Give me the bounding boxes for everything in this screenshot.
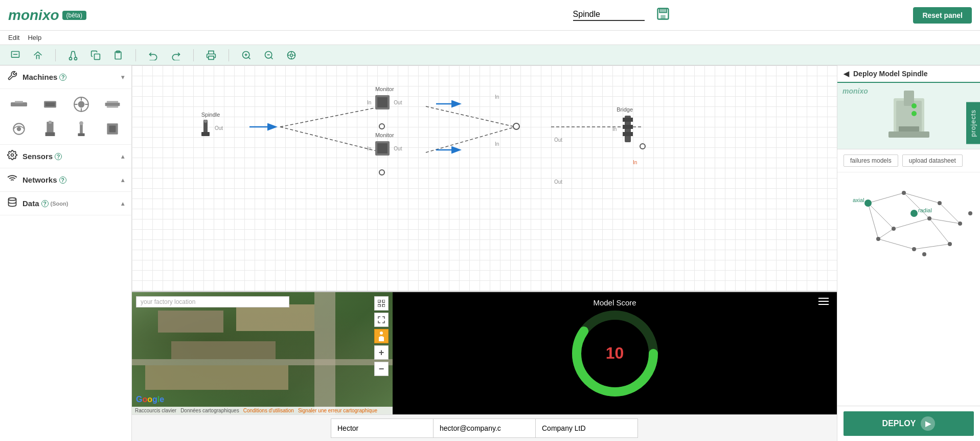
spindle-node[interactable]: Spindle Out (198, 112, 223, 137)
toolbar-redo[interactable] (169, 49, 183, 61)
map-zoom-in-btn[interactable]: + (374, 345, 389, 360)
spindle-label: Spindle (201, 112, 220, 118)
deploy-button[interactable]: DEPLOY ▶ (844, 411, 974, 436)
data-collapse-arrow[interactable]: ▴ (121, 200, 124, 207)
building-4 (145, 365, 289, 390)
menu-help[interactable]: Help (28, 34, 41, 41)
toolbar-home[interactable] (31, 49, 45, 61)
data-section-header[interactable]: Data ? (Soon) ▴ (0, 192, 131, 215)
svg-text:radial: radial (918, 207, 932, 213)
sensors-section-header[interactable]: Sensors ? ▴ (0, 145, 131, 168)
road-2 (132, 359, 393, 365)
wifi-icon (7, 173, 17, 186)
data-soon: (Soon) (51, 201, 69, 207)
menu-edit[interactable]: Edit (8, 34, 19, 41)
toolbar-print[interactable] (204, 49, 218, 61)
machine-icon-8[interactable] (99, 119, 126, 139)
monitor1-node[interactable]: Monitor In Out (367, 86, 402, 112)
map-expand-btn[interactable] (374, 313, 389, 327)
svg-point-52 (9, 198, 16, 201)
toolbar-sep3 (193, 49, 194, 61)
machine-icon-4[interactable] (99, 94, 126, 115)
networks-collapse-arrow[interactable]: ▴ (121, 177, 124, 184)
spindle-input-wrap (573, 10, 645, 21)
svg-point-32 (78, 101, 85, 108)
graph-svg: axial radial (837, 172, 980, 406)
right-sidebar: ◀ Deploy Model Spindle monixo (837, 65, 980, 441)
user-company-field[interactable] (535, 418, 638, 438)
monitor1-out-label: Out (394, 100, 402, 105)
toolbar-cut[interactable] (66, 49, 80, 61)
machines-section-header[interactable]: Machines ? ▾ (0, 65, 131, 89)
map-fullscreen-btn[interactable] (374, 296, 389, 311)
map-terms-link[interactable]: Conditions d'utilisation (243, 408, 294, 413)
reset-panel-button[interactable]: Reset panel (913, 7, 972, 24)
map-data-link[interactable]: Données cartographiques (180, 408, 239, 413)
data-help-badge[interactable]: ? (41, 200, 49, 207)
map-zoom-out-btn[interactable]: − (374, 362, 389, 376)
svg-point-5 (70, 57, 72, 60)
networks-help-badge[interactable]: ? (59, 177, 66, 184)
machine-icon-2[interactable] (36, 94, 63, 115)
toolbar-select[interactable] (8, 49, 22, 61)
machine-icon-7[interactable] (68, 119, 95, 139)
main-layout: Machines ? ▾ (0, 65, 980, 441)
spindle-input[interactable] (573, 10, 645, 19)
deploy-header: ◀ Deploy Model Spindle (837, 65, 980, 83)
machine-icon-1[interactable] (5, 94, 32, 115)
toolbar-zoom-in[interactable] (239, 49, 254, 61)
networks-section-header[interactable]: Networks ? ▴ (0, 168, 131, 192)
machine-icon-3[interactable] (68, 94, 95, 115)
sensors-collapse-arrow[interactable]: ▴ (121, 153, 124, 160)
map-label[interactable]: your factory location (136, 296, 289, 307)
app-header: monixo (bêta) Reset panel (0, 0, 980, 31)
svg-point-104 (927, 216, 931, 220)
monitor2-node[interactable]: Monitor In Out (367, 132, 402, 158)
machines-help-badge[interactable]: ? (59, 74, 66, 81)
bridge-node[interactable]: Bridge In (612, 106, 637, 144)
machine-icon-6[interactable] (36, 119, 63, 139)
svg-point-103 (892, 227, 896, 231)
svg-point-106 (876, 237, 880, 241)
port-circle-2 (379, 123, 385, 129)
port-circle-1 (513, 123, 520, 130)
google-logo: Google (136, 395, 164, 404)
logo-text: monixo (8, 7, 59, 24)
spindle-out-label: Out (215, 125, 223, 131)
machine-icon-5[interactable] (5, 119, 32, 139)
svg-point-107 (912, 247, 916, 251)
upload-datasheet-button[interactable]: upload datasheet (902, 155, 963, 167)
svg-point-102 (938, 201, 942, 205)
svg-point-76 (380, 332, 383, 335)
deploy-back-arrow[interactable]: ◀ (844, 70, 849, 78)
machines-collapse-arrow[interactable]: ▾ (121, 74, 124, 81)
map-report-link[interactable]: Signaler une erreur cartographique (298, 408, 377, 413)
toolbar-sep2 (135, 49, 136, 61)
svg-line-7 (71, 51, 72, 57)
score-value: 10 (606, 344, 624, 363)
projects-tab[interactable]: projects (966, 102, 980, 144)
data-label: Data (22, 199, 39, 208)
user-email-field[interactable] (433, 418, 535, 438)
deploy-model-image: monixo (837, 83, 980, 149)
toolbar-zoom-out[interactable] (262, 49, 276, 61)
header-center (573, 7, 670, 24)
toolbar-fit[interactable] (284, 49, 299, 61)
toolbar-copy[interactable] (88, 49, 103, 61)
user-name-field[interactable] (331, 418, 433, 438)
toolbar-paste[interactable] (111, 49, 125, 61)
map-shortcuts-link[interactable]: Raccourcis clavier (135, 408, 176, 413)
left-sidebar: Machines ? ▾ (0, 65, 132, 441)
failures-models-button[interactable]: failures models (844, 155, 898, 167)
diagram-canvas[interactable]: Spindle Out Monitor In (132, 65, 837, 292)
svg-rect-47 (78, 133, 85, 136)
map-container[interactable]: your factory location Google (132, 292, 393, 414)
save-icon-button[interactable] (656, 7, 670, 24)
svg-line-100 (929, 218, 950, 244)
svg-point-111 (864, 200, 872, 207)
sensors-help-badge[interactable]: ? (55, 153, 62, 160)
map-person-btn[interactable] (374, 329, 389, 343)
svg-line-97 (878, 229, 894, 239)
toolbar-undo[interactable] (146, 49, 161, 61)
score-menu-icon[interactable] (818, 297, 829, 308)
